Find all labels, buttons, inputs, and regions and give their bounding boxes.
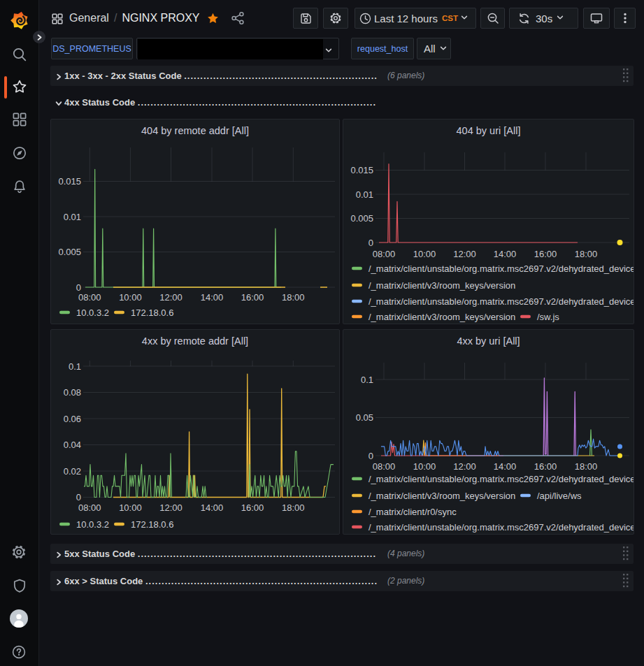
- svg-text:/_matrix/client/unstable/org.m: /_matrix/client/unstable/org.matrix.msc2…: [368, 522, 634, 533]
- svg-text:/_matrix/client/unstable/org.m: /_matrix/client/unstable/org.matrix.msc2…: [368, 296, 634, 307]
- svg-text:14:00: 14:00: [201, 292, 224, 303]
- svg-text:0.1: 0.1: [361, 375, 373, 385]
- svg-text:0.1: 0.1: [69, 361, 81, 372]
- svg-text:16:00: 16:00: [534, 461, 557, 472]
- svg-text:12:00: 12:00: [453, 249, 476, 259]
- svg-text:08:00: 08:00: [373, 249, 396, 259]
- svg-text:0.01: 0.01: [64, 212, 81, 222]
- svg-text:18:00: 18:00: [575, 249, 598, 259]
- svg-text:0: 0: [368, 451, 373, 461]
- svg-text:172.18.0.6: 172.18.0.6: [131, 307, 173, 318]
- svg-text:0.01: 0.01: [356, 189, 373, 200]
- svg-text:0.05: 0.05: [356, 412, 373, 423]
- svg-text:16:00: 16:00: [241, 292, 264, 303]
- svg-text:0.005: 0.005: [58, 247, 81, 257]
- svg-text:08:00: 08:00: [373, 461, 396, 472]
- svg-text:16:00: 16:00: [241, 502, 264, 513]
- svg-text:10.0.3.2: 10.0.3.2: [76, 519, 109, 530]
- svg-text:0.04: 0.04: [64, 440, 81, 450]
- svg-text:0: 0: [368, 238, 373, 248]
- svg-text:/sw.js: /sw.js: [537, 312, 559, 322]
- svg-text:0.015: 0.015: [350, 165, 373, 175]
- svg-text:/_matrix/client/v3/room_keys/v: /_matrix/client/v3/room_keys/version: [368, 312, 515, 322]
- svg-text:0.06: 0.06: [64, 414, 81, 424]
- svg-text:14:00: 14:00: [494, 249, 517, 259]
- svg-text:172.18.0.6: 172.18.0.6: [131, 519, 173, 530]
- svg-text:10:00: 10:00: [413, 461, 436, 472]
- svg-text:/_matrix/client/unstable/org.m: /_matrix/client/unstable/org.matrix.msc2…: [368, 474, 634, 484]
- svg-text:12:00: 12:00: [159, 502, 183, 513]
- svg-text:/_matrix/client/r0/sync: /_matrix/client/r0/sync: [368, 507, 457, 517]
- svg-text:0: 0: [76, 282, 81, 293]
- svg-text:0.005: 0.005: [350, 213, 373, 224]
- svg-text:/api/live/ws: /api/live/ws: [537, 491, 582, 501]
- svg-text:/_matrix/client/v3/room_keys/v: /_matrix/client/v3/room_keys/version: [368, 491, 515, 501]
- svg-text:14:00: 14:00: [201, 502, 224, 513]
- svg-text:10:00: 10:00: [119, 292, 142, 303]
- svg-text:12:00: 12:00: [159, 292, 183, 303]
- svg-text:08:00: 08:00: [78, 502, 101, 513]
- svg-text:10:00: 10:00: [413, 249, 436, 259]
- svg-text:18:00: 18:00: [575, 461, 598, 472]
- svg-text:0: 0: [76, 492, 81, 502]
- svg-text:18:00: 18:00: [282, 292, 305, 303]
- svg-text:0.015: 0.015: [58, 176, 81, 187]
- svg-text:0.02: 0.02: [64, 466, 81, 477]
- svg-text:14:00: 14:00: [494, 461, 517, 472]
- svg-text:/_matrix/client/v3/room_keys/v: /_matrix/client/v3/room_keys/version: [368, 280, 515, 291]
- svg-text:/_matrix/client/unstable/org.m: /_matrix/client/unstable/org.matrix.msc2…: [368, 263, 634, 274]
- svg-text:0.08: 0.08: [64, 387, 81, 398]
- svg-text:10:00: 10:00: [119, 502, 142, 513]
- svg-text:10.0.3.2: 10.0.3.2: [76, 307, 109, 318]
- svg-text:08:00: 08:00: [78, 292, 101, 303]
- svg-text:18:00: 18:00: [282, 502, 305, 513]
- svg-text:12:00: 12:00: [453, 461, 476, 472]
- svg-text:16:00: 16:00: [534, 249, 557, 259]
